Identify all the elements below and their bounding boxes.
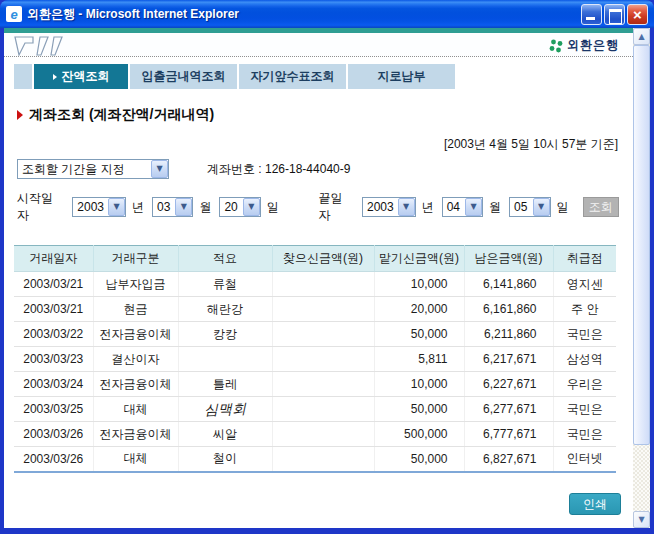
select-dropdown-button[interactable]: ▼ xyxy=(243,198,260,216)
tab-cashiers-check-inquiry[interactable]: 자기앞수표조회 xyxy=(239,64,346,89)
scrollbar-thumb[interactable] xyxy=(633,45,650,445)
day-suffix: 일 xyxy=(557,199,569,216)
table-cell: 국민은 xyxy=(553,322,616,347)
start-day-select[interactable]: 20 ▼ xyxy=(219,197,260,217)
table-cell: 2003/03/25 xyxy=(14,397,93,422)
chevron-down-icon: ▼ xyxy=(248,203,254,211)
select-dropdown-button[interactable]: ▼ xyxy=(398,198,415,216)
table-cell: 2003/03/21 xyxy=(14,297,93,322)
table-cell xyxy=(272,272,374,297)
select-dropdown-button[interactable]: ▼ xyxy=(108,198,125,216)
close-button[interactable]: × xyxy=(627,4,648,25)
start-year-select[interactable]: 2003 ▼ xyxy=(72,197,126,217)
table-cell: 6,211,860 xyxy=(464,322,553,347)
table-row: 2003/03/22전자금융이체캉캉50,0006,211,860국민은 xyxy=(14,322,616,347)
column-header: 거래일자 xyxy=(14,246,93,272)
table-cell: 국민은 xyxy=(553,397,616,422)
bank-logo-text: 외환은행 xyxy=(567,37,619,54)
scroll-up-button[interactable]: ▲ xyxy=(633,28,650,45)
end-year-value: 2003 xyxy=(363,200,398,214)
keb-flower-icon xyxy=(549,39,563,53)
browser-window: e 외환은행 - Microsoft Internet Explorer × xyxy=(0,0,654,534)
table-cell: 씨알 xyxy=(178,422,272,447)
year-suffix: 년 xyxy=(132,199,144,216)
minimize-button[interactable] xyxy=(581,4,602,25)
table-cell: 해란강 xyxy=(178,297,272,322)
window-title: 외환은행 - Microsoft Internet Explorer xyxy=(27,6,576,23)
scroll-down-button[interactable]: ▼ xyxy=(633,511,650,528)
column-header: 맡기신금액(원) xyxy=(374,246,464,272)
table-cell: 5,811 xyxy=(374,347,464,372)
month-suffix: 월 xyxy=(199,199,211,216)
brand-strip: 외환은행 xyxy=(4,33,633,57)
end-date-label: 끝일자 xyxy=(318,190,353,224)
table-cell: 대체 xyxy=(93,397,178,422)
table-body: 2003/03/21납부자입금류철10,0006,141,860영지센2003/… xyxy=(14,272,616,472)
table-cell: 철이 xyxy=(178,447,272,472)
select-dropdown-button[interactable]: ▼ xyxy=(533,198,550,216)
tab-balance-inquiry[interactable]: 잔액조회 xyxy=(34,64,128,89)
table-row: 2003/03/21납부자입금류철10,0006,141,860영지센 xyxy=(14,272,616,297)
table-cell: 6,161,860 xyxy=(464,297,553,322)
bank-logo: 외환은행 xyxy=(549,37,619,54)
chevron-down-icon: ▼ xyxy=(538,203,544,211)
end-month-select[interactable]: 04 ▼ xyxy=(442,197,483,217)
table-cell xyxy=(272,322,374,347)
tab-label: 입출금내역조회 xyxy=(142,68,226,85)
arrow-down-icon: ▼ xyxy=(638,516,644,524)
table-cell: 20,000 xyxy=(374,297,464,322)
table-cell xyxy=(272,447,374,472)
column-header: 적요 xyxy=(178,246,272,272)
table-cell xyxy=(178,347,272,372)
table-cell: 50,000 xyxy=(374,447,464,472)
maximize-button[interactable] xyxy=(604,4,625,25)
table-row: 2003/03/26전자금융이체씨알500,0006,777,671국민은 xyxy=(14,422,616,447)
tab-giro-payment[interactable]: 지로납부 xyxy=(348,64,455,89)
brand-watermark-shapes xyxy=(14,36,102,56)
select-dropdown-button[interactable]: ▼ xyxy=(151,160,168,178)
table-cell: 심맥회 xyxy=(178,395,273,423)
start-month-value: 03 xyxy=(153,200,175,214)
table-cell: 캉캉 xyxy=(178,322,272,347)
period-select[interactable]: 조회할 기간을 지정 ▼ xyxy=(17,159,169,179)
end-year-select[interactable]: 2003 ▼ xyxy=(362,197,416,217)
table-cell: 2003/03/26 xyxy=(14,422,93,447)
tab-label: 자기앞수표조회 xyxy=(251,68,335,85)
end-month-value: 04 xyxy=(443,200,465,214)
page-content: 외환은행 잔액조회 입출금내역조회 자기앞수표조회 지로납부 xyxy=(4,28,633,528)
start-date-label: 시작일자 xyxy=(17,190,64,224)
search-button[interactable]: 조회 xyxy=(583,197,620,217)
table-cell: 전자금융이체 xyxy=(93,372,178,397)
account-number-label: 계좌번호 : 126-18-44040-9 xyxy=(207,161,350,178)
table-cell: 인터넷 xyxy=(553,447,616,472)
month-suffix: 월 xyxy=(489,199,501,216)
internet-explorer-icon: e xyxy=(6,6,22,22)
table-row: 2003/03/23결산이자5,8116,217,671삼성역 xyxy=(14,347,616,372)
select-dropdown-button[interactable]: ▼ xyxy=(465,198,482,216)
table-row: 2003/03/25대체심맥회50,0006,277,671국민은 xyxy=(14,397,616,422)
vertical-scrollbar[interactable]: ▲ ▼ xyxy=(633,28,650,528)
column-header: 남은금액(원) xyxy=(464,246,553,272)
scrollbar-track[interactable] xyxy=(633,445,650,511)
start-year-value: 2003 xyxy=(73,200,108,214)
table-cell: 6,827,671 xyxy=(464,447,553,472)
tab-deposit-withdrawal-history[interactable]: 입출금내역조회 xyxy=(130,64,237,89)
end-day-select[interactable]: 05 ▼ xyxy=(509,197,550,217)
start-day-value: 20 xyxy=(220,200,242,214)
table-cell xyxy=(272,397,374,422)
table-cell xyxy=(272,297,374,322)
select-dropdown-button[interactable]: ▼ xyxy=(175,198,192,216)
reference-timestamp: [2003년 4월 5일 10시 57분 기준] xyxy=(14,136,619,153)
table-cell: 전자금융이체 xyxy=(93,422,178,447)
table-cell: 틀레 xyxy=(178,372,272,397)
start-month-select[interactable]: 03 ▼ xyxy=(152,197,193,217)
tab-bar: 잔액조회 입출금내역조회 자기앞수표조회 지로납부 xyxy=(14,64,619,89)
table-cell: 500,000 xyxy=(374,422,464,447)
table-cell: 2003/03/26 xyxy=(14,447,93,472)
table-cell: 10,000 xyxy=(374,372,464,397)
table-cell: 50,000 xyxy=(374,322,464,347)
page-title: 계좌조회 (계좌잔액/거래내역) xyxy=(29,106,214,124)
table-cell: 6,227,671 xyxy=(464,372,553,397)
print-button[interactable]: 인쇄 xyxy=(569,493,621,515)
chevron-down-icon: ▼ xyxy=(471,203,477,211)
